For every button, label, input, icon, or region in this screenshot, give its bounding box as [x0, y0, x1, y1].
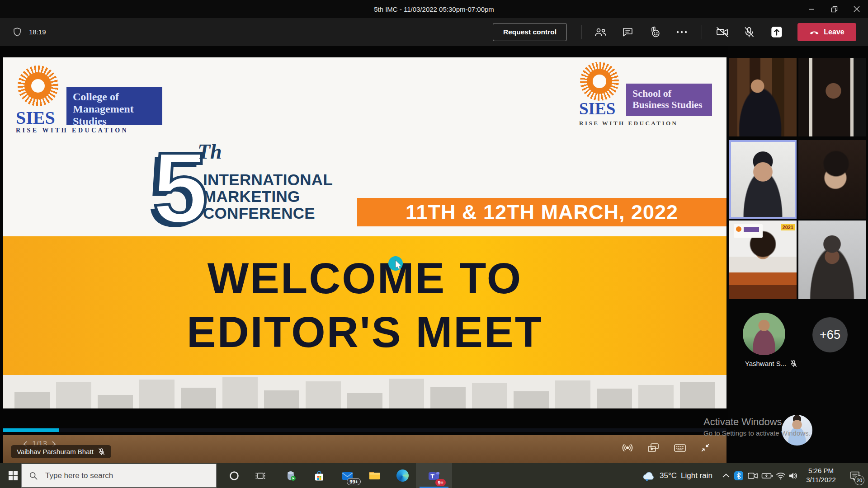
restore-icon	[831, 6, 838, 13]
camera-toggle-button[interactable]	[712, 22, 732, 42]
more-participants-count[interactable]: +65	[812, 317, 848, 352]
people-icon	[594, 27, 607, 37]
cortana-icon	[229, 470, 240, 481]
mic-toggle-button[interactable]	[739, 22, 759, 42]
mic-off-icon	[98, 448, 105, 455]
start-button[interactable]	[3, 463, 24, 488]
sies-tagline: RISE WITH EDUCATION	[16, 127, 128, 134]
cursor-arrow-icon	[395, 260, 404, 269]
search-input[interactable]	[44, 471, 195, 481]
watermark-subtitle: Go to Settings to activate Windows.	[703, 429, 811, 437]
participants-button[interactable]	[590, 22, 610, 42]
share-button[interactable]	[767, 22, 787, 42]
slides-view-icon[interactable]	[647, 442, 660, 454]
close-button[interactable]	[845, 0, 868, 18]
battery-tray-button[interactable]	[760, 463, 775, 488]
taskbar-search[interactable]	[21, 464, 217, 488]
presentation-controls	[622, 442, 710, 454]
edge-icon	[396, 469, 409, 482]
microsoft-store-app-button[interactable]	[309, 463, 329, 488]
taskbar-clock[interactable]: 5:26 PM 3/11/2022	[801, 466, 841, 485]
exit-fullscreen-icon[interactable]	[700, 443, 710, 453]
request-control-button[interactable]: Request control	[493, 23, 567, 41]
microsoft-store-icon	[313, 470, 325, 482]
sies-sunburst-icon	[580, 62, 619, 101]
meet-now-tray-button[interactable]	[745, 463, 760, 488]
sies-wordmark: SIES	[579, 99, 615, 118]
shared-slide[interactable]: SIES College of Management Studies RISE …	[3, 57, 726, 408]
slide-progress-fill	[3, 428, 59, 432]
virtual-background-year-badge: 2021	[781, 224, 795, 230]
participant-video[interactable]	[798, 140, 866, 219]
edition-suffix: Th	[198, 140, 222, 164]
presenter-bar: 1/13 Vaibhav Parshuram Bhatt	[3, 435, 726, 463]
file-explorer-app-button[interactable]	[364, 463, 384, 488]
participant-video[interactable]: 2021	[729, 221, 797, 299]
file-explorer-icon	[368, 470, 381, 481]
participant-video[interactable]	[729, 58, 797, 136]
college-name-line: College of	[73, 91, 162, 103]
college-name-line: Management	[73, 103, 162, 115]
wifi-icon	[776, 472, 786, 480]
weather-cloud-icon	[642, 470, 656, 481]
cortana-button[interactable]	[224, 463, 244, 488]
windows-logo-icon	[9, 471, 18, 480]
notification-count-badge: 20	[854, 475, 864, 485]
participant-name-row: Yashwant S...	[728, 360, 814, 367]
school-name-line: Business Studies	[632, 99, 712, 111]
keyboard-icon[interactable]	[673, 442, 687, 453]
window-title: 5th IMC - 11/03/2022 05:30pm-07:00pm	[0, 0, 868, 18]
conference-title-line: MARKETING	[203, 188, 333, 205]
sies-sunburst-icon	[18, 66, 58, 106]
meeting-stage: SIES College of Management Studies RISE …	[0, 46, 868, 463]
watermark-title: Activate Windows	[703, 415, 811, 429]
participant-video-active-speaker[interactable]	[729, 140, 797, 219]
teams-app-button[interactable]: 9+	[416, 463, 452, 488]
minimize-button[interactable]	[800, 0, 823, 18]
media-player-app-button[interactable]	[281, 463, 301, 488]
clock-time: 5:26 PM	[801, 466, 841, 475]
bluetooth-tray-button[interactable]	[731, 463, 746, 488]
school-name-line: School of	[632, 88, 712, 99]
speaker-icon	[788, 471, 798, 480]
participant-avatar[interactable]	[743, 313, 785, 355]
more-options-button[interactable]	[672, 22, 692, 42]
conference-title: INTERNATIONAL MARKETING CONFERENCE	[203, 171, 333, 221]
window-titlebar: 5th IMC - 11/03/2022 05:30pm-07:00pm	[0, 0, 868, 18]
meeting-timer: 18:19	[29, 28, 46, 36]
taskbar-weather[interactable]: 35°C Light rain	[637, 463, 718, 488]
chat-icon	[622, 26, 633, 38]
edge-browser-app-button[interactable]	[392, 463, 412, 488]
bluetooth-icon	[734, 471, 744, 481]
live-session-icon[interactable]	[622, 442, 633, 454]
volume-tray-button[interactable]	[786, 463, 800, 488]
action-center-button[interactable]: 20	[844, 463, 866, 488]
slide-progress-bar	[3, 428, 726, 432]
toolbar-divider	[581, 25, 582, 39]
task-view-button[interactable]	[250, 463, 270, 488]
weather-temperature: 35°C	[660, 471, 677, 480]
restore-button[interactable]	[823, 0, 845, 18]
share-screen-icon	[770, 26, 783, 38]
minimize-icon	[808, 6, 815, 12]
chevron-up-icon	[722, 473, 730, 479]
participant-video[interactable]	[798, 58, 866, 136]
mic-off-icon	[790, 360, 797, 367]
city-skyline-graphic	[3, 375, 726, 408]
welcome-band: WELCOME TO EDITOR'S MEET	[3, 236, 726, 386]
welcome-line: EDITOR'S MEET	[187, 310, 543, 354]
toolbar-divider	[702, 25, 702, 39]
mail-app-button[interactable]: 99+	[337, 463, 357, 488]
weather-condition: Light rain	[681, 471, 712, 480]
welcome-line: WELCOME TO	[208, 256, 522, 300]
leave-button[interactable]: Leave	[797, 23, 856, 41]
date-banner: 11TH & 12TH MARCH, 2022	[357, 198, 726, 226]
participant-video[interactable]	[798, 221, 866, 299]
chat-button[interactable]	[618, 22, 637, 42]
camera-off-icon	[716, 26, 729, 38]
reactions-button[interactable]	[645, 22, 665, 42]
mic-off-icon	[743, 26, 755, 38]
hangup-phone-icon	[809, 29, 819, 35]
shield-icon	[12, 27, 23, 38]
sies-sbs-logo: SIES School of Business Studies RISE WIT…	[578, 60, 716, 131]
